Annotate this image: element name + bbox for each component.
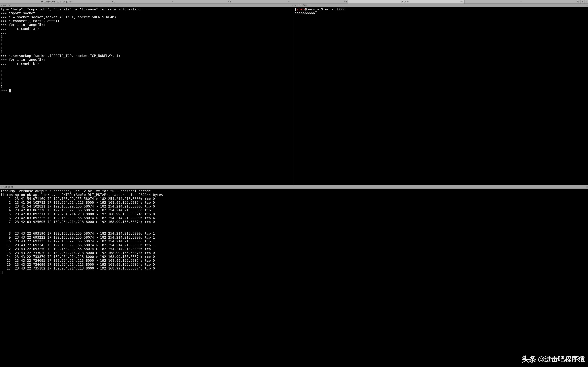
- tab-title: ~: [466, 0, 577, 3]
- pane-header-python: ✕ python ≡: [0, 4, 294, 7]
- tab-title: python: [350, 0, 460, 3]
- terminal-python[interactable]: Type "help", "copyright", "credits" or "…: [0, 7, 294, 185]
- terminal-tcpdump[interactable]: tcpdump: verbose output suppressed, use …: [0, 189, 588, 367]
- global-tab-2[interactable]: ~ ⌘2: [116, 0, 232, 4]
- tab-title: allen@yq01-liufeng27:~: [1, 0, 112, 3]
- pane-title: zoro@mars: [297, 4, 587, 7]
- tab-shortcut: ⌘4: [460, 0, 463, 3]
- tab-shortcut: ⌘5: [577, 0, 579, 3]
- hamburger-icon[interactable]: ≡: [587, 186, 587, 188]
- tab-menu-icon[interactable]: ≡: [584, 0, 588, 4]
- hamburger-icon[interactable]: ≡: [587, 4, 587, 6]
- pane-tcpdump: ✕ tcpdump ≡ tcpdump: verbose output supp…: [0, 185, 588, 367]
- tab-shortcut: ⌘1: [112, 0, 115, 3]
- new-tab-button[interactable]: +: [581, 0, 584, 4]
- global-tab-3[interactable]: ~ ⌘3: [232, 0, 348, 4]
- tab-title: ~: [233, 0, 344, 3]
- upper-split: ✕ python ≡ Type "help", "copyright", "cr…: [0, 4, 588, 185]
- close-icon[interactable]: ✕: [295, 4, 296, 7]
- global-tab-bar: allen@yq01-liufeng27:~ ⌘1 ~ ⌘2 ~ ⌘3 pyth…: [0, 0, 588, 4]
- pane-title: python: [3, 4, 292, 7]
- close-icon[interactable]: ✕: [1, 186, 2, 188]
- workspace: ✕ python ≡ Type "help", "copyright", "cr…: [0, 4, 588, 367]
- close-icon[interactable]: ✕: [1, 4, 2, 7]
- pane-header-netcat: ✕ zoro@mars ≡: [294, 4, 588, 7]
- hamburger-icon[interactable]: ≡: [292, 4, 293, 6]
- global-tab-4[interactable]: python ⌘4: [348, 0, 465, 4]
- pane-netcat: ✕ zoro@mars ≡ [zoro@mars ~]$ nc -l 8000 …: [294, 4, 588, 185]
- pane-title: tcpdump: [3, 185, 587, 188]
- tab-title: ~: [117, 0, 228, 3]
- pane-python: ✕ python ≡ Type "help", "copyright", "cr…: [0, 4, 294, 185]
- global-tab-1[interactable]: allen@yq01-liufeng27:~ ⌘1: [0, 0, 116, 4]
- tab-shortcut: ⌘2: [228, 0, 231, 3]
- global-tab-5[interactable]: ~ ⌘5: [465, 0, 581, 4]
- tab-shortcut: ⌘3: [344, 0, 347, 3]
- terminal-netcat[interactable]: [zoro@mars ~]$ nc -l 8000 aaaaabbbbb: [294, 7, 588, 185]
- pane-header-tcpdump: ✕ tcpdump ≡: [0, 185, 588, 189]
